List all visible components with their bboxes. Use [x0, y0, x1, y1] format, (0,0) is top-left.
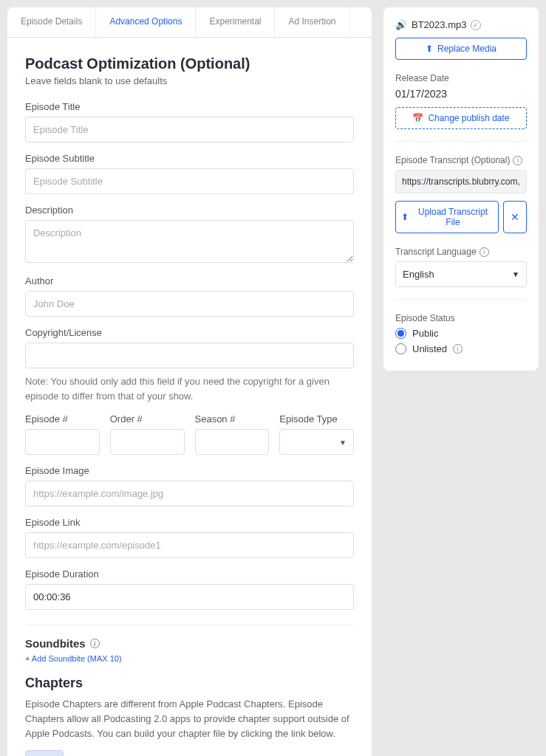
chevron-down-icon: ▼	[512, 270, 519, 278]
upload-transcript-label: Upload Transcript File	[413, 207, 493, 227]
tool-icon: ✕	[511, 211, 519, 223]
episode-link-label: Episode Link	[25, 517, 354, 528]
episode-link-input[interactable]	[25, 532, 354, 558]
season-num-input[interactable]	[195, 429, 270, 455]
season-num-label: Season #	[195, 413, 270, 425]
status-public-row[interactable]: Public	[395, 328, 527, 339]
tab-advanced-options[interactable]: Advanced Options	[96, 7, 196, 37]
episode-title-input[interactable]	[25, 117, 354, 142]
episode-subtitle-label: Episode Subtitle	[25, 153, 354, 164]
episode-num-input[interactable]	[25, 429, 100, 455]
speaker-icon: 🔊	[395, 19, 407, 30]
episode-image-label: Episode Image	[25, 465, 354, 476]
status-label: Episode Status	[395, 313, 527, 323]
divider	[25, 625, 354, 625]
info-icon[interactable]: i	[513, 156, 522, 165]
page-title: Podcast Optimization (Optional)	[25, 55, 354, 72]
order-num-input[interactable]	[110, 429, 185, 455]
upload-icon: ⬆	[401, 212, 409, 222]
language-label: Transcript Language	[395, 247, 477, 257]
status-unlisted-row[interactable]: Unlisted i	[395, 343, 527, 354]
episode-title-label: Episode Title	[25, 101, 354, 112]
episode-image-input[interactable]	[25, 481, 354, 506]
copyright-label: Copyright/License	[25, 327, 354, 338]
transcript-url-input[interactable]	[395, 170, 527, 193]
episode-type-label: Episode Type	[279, 413, 354, 425]
copyright-note: Note: You should only add this field if …	[25, 374, 354, 403]
info-icon[interactable]: i	[453, 344, 463, 354]
chapters-description: Episode Chapters are different from Appl…	[25, 697, 354, 741]
episode-subtitle-input[interactable]	[25, 168, 354, 194]
replace-media-button[interactable]: ⬆ Replace Media	[395, 38, 527, 60]
edit-chapters-button[interactable]: Edit	[25, 750, 64, 756]
chapters-heading: Chapters	[25, 676, 354, 691]
tabs-bar: Episode Details Advanced Options Experim…	[7, 7, 372, 38]
status-public-label: Public	[412, 328, 438, 339]
divider	[395, 299, 527, 300]
tab-ad-insertion[interactable]: Ad Insertion	[275, 7, 349, 37]
calendar-icon: 📅	[412, 113, 423, 123]
description-label: Description	[25, 205, 354, 216]
add-soundbite-link[interactable]: + Add Soundbite (MAX 10)	[25, 654, 122, 663]
episode-duration-label: Episode Duration	[25, 568, 354, 580]
soundbites-heading: Soundbites	[25, 637, 86, 650]
episode-duration-input[interactable]	[25, 584, 354, 610]
language-select[interactable]: English ▼	[395, 261, 527, 287]
upload-transcript-button[interactable]: ⬆ Upload Transcript File	[395, 201, 499, 233]
info-icon[interactable]: i	[480, 247, 489, 257]
media-filename: BT2023.mp3	[412, 19, 466, 30]
change-publish-date-button[interactable]: 📅 Change publish date	[395, 107, 527, 129]
order-num-label: Order #	[110, 413, 185, 425]
replace-media-label: Replace Media	[437, 44, 496, 54]
divider	[395, 141, 527, 142]
tab-episode-details[interactable]: Episode Details	[7, 7, 96, 37]
status-unlisted-label: Unlisted	[412, 343, 447, 354]
release-date-value: 01/17/2023	[395, 88, 527, 100]
transcript-tool-button[interactable]: ✕	[503, 201, 527, 233]
episode-num-label: Episode #	[25, 413, 100, 425]
author-input[interactable]	[25, 291, 354, 317]
change-publish-label: Change publish date	[428, 113, 509, 123]
language-value: English	[403, 269, 434, 280]
page-subtitle: Leave fields blank to use defaults	[25, 75, 354, 86]
status-public-radio[interactable]	[395, 328, 406, 339]
status-unlisted-radio[interactable]	[395, 343, 406, 354]
verified-icon: ✓	[471, 20, 481, 30]
transcript-label: Episode Transcript (Optional)	[395, 155, 510, 165]
tab-experimental[interactable]: Experimental	[196, 7, 275, 37]
description-textarea[interactable]	[25, 220, 354, 263]
info-icon[interactable]: i	[90, 639, 100, 648]
upload-icon: ⬆	[426, 44, 433, 54]
episode-type-select[interactable]	[279, 429, 354, 455]
copyright-input[interactable]	[25, 343, 354, 368]
author-label: Author	[25, 275, 354, 286]
release-date-label: Release Date	[395, 73, 527, 83]
